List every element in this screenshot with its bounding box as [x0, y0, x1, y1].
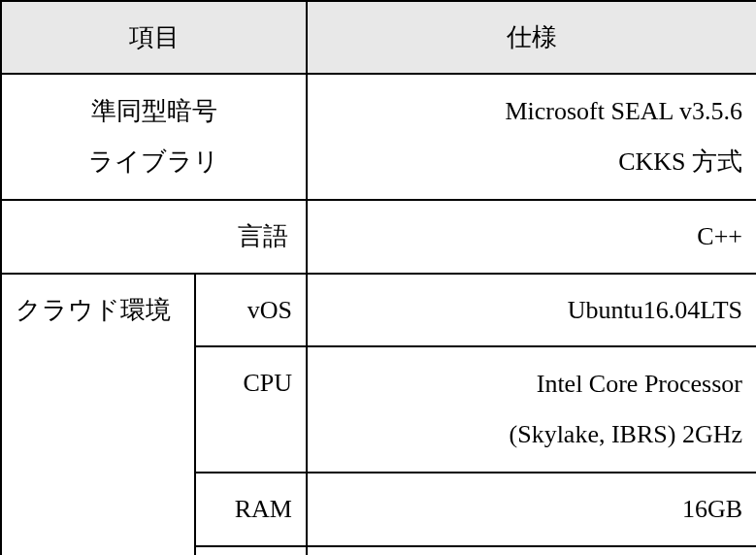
cloud-cpu-value-line1: Intel Core Processor: [321, 359, 742, 409]
crypto-lib-label-line1: 準同型暗号: [16, 86, 292, 137]
crypto-lib-label-line2: ライブラリ: [16, 137, 292, 187]
header-row: 項目 仕様: [1, 1, 756, 74]
cloud-ram-value: 16GB: [307, 473, 756, 545]
crypto-lib-value: Microsoft SEAL v3.5.6 CKKS 方式: [307, 74, 756, 200]
cloud-cpu-value: Intel Core Processor (Skylake, IBRS) 2GH…: [307, 346, 756, 473]
crypto-lib-value-line2: CKKS 方式: [321, 137, 742, 187]
cloud-label: クラウド環境: [1, 274, 195, 555]
row-language: 言語 C++: [1, 200, 756, 273]
cloud-disk-label: Disk: [195, 546, 307, 555]
cloud-vos-value: Ubuntu16.04LTS: [307, 274, 756, 346]
row-cloud-vos: クラウド環境 vOS Ubuntu16.04LTS: [1, 274, 756, 346]
cloud-ram-label: RAM: [195, 473, 307, 545]
cloud-vos-label: vOS: [195, 274, 307, 346]
spec-table: 項目 仕様 準同型暗号 ライブラリ Microsoft SEAL v3.5.6 …: [0, 0, 756, 555]
language-value: C++: [307, 200, 756, 273]
header-item: 項目: [1, 1, 307, 74]
cloud-disk-value: 42GB: [307, 546, 756, 555]
cloud-cpu-label: CPU: [195, 346, 307, 473]
cloud-cpu-value-line2: (Skylake, IBRS) 2GHz: [321, 409, 742, 460]
header-spec: 仕様: [307, 1, 756, 74]
crypto-lib-label: 準同型暗号 ライブラリ: [1, 74, 307, 200]
language-label: 言語: [1, 200, 307, 273]
crypto-lib-value-line1: Microsoft SEAL v3.5.6: [321, 86, 742, 137]
row-crypto-lib: 準同型暗号 ライブラリ Microsoft SEAL v3.5.6 CKKS 方…: [1, 74, 756, 200]
